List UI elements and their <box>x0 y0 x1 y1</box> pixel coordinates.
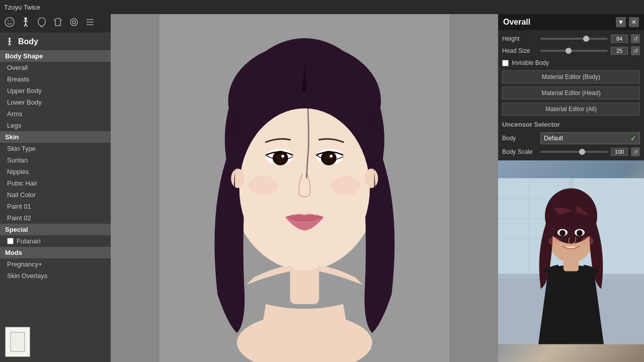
svg-point-3 <box>25 18 27 20</box>
panel-title: Overall <box>503 18 530 27</box>
body-select-value: Default <box>544 135 563 142</box>
svg-point-52 <box>577 230 583 236</box>
material-editor-all-btn[interactable]: Material Editor (All) <box>502 103 640 116</box>
head-size-reset-btn[interactable]: ↺ <box>631 46 640 55</box>
svg-point-35 <box>331 176 360 195</box>
sidebar-item-arms[interactable]: Arms <box>0 108 111 120</box>
reference-photo-svg <box>498 160 644 362</box>
sidebar-header: Body <box>0 33 111 50</box>
head-size-value[interactable] <box>611 47 628 55</box>
bottom-card[interactable] <box>5 327 30 357</box>
outfit-icon[interactable] <box>52 17 63 30</box>
title-bar: Tzuyu Twice <box>0 0 644 14</box>
svg-point-8 <box>70 19 77 26</box>
sidebar-item-legs[interactable]: Legs <box>0 120 111 131</box>
accessory-icon[interactable] <box>68 17 79 30</box>
panel-dropdown-btn[interactable]: ▼ <box>616 17 626 27</box>
svg-line-7 <box>26 24 27 27</box>
svg-point-29 <box>281 155 284 158</box>
body-scale-label: Body Scale <box>502 148 537 155</box>
svg-point-2 <box>11 21 12 22</box>
smiley-icon[interactable] <box>4 17 15 30</box>
sidebar-body-icon <box>5 37 14 46</box>
futanari-checkbox[interactable] <box>7 238 14 244</box>
invisible-body-row: Invisible Body <box>502 58 640 67</box>
sidebar-item-skin-type[interactable]: Skin Type <box>0 143 111 154</box>
invisible-body-label: Invisible Body <box>512 59 549 66</box>
body-scale-param-row: Body Scale ↺ <box>502 147 640 156</box>
svg-line-6 <box>24 24 26 27</box>
svg-point-37 <box>364 169 378 188</box>
left-toolbar <box>0 14 111 33</box>
svg-point-48 <box>545 189 597 244</box>
category-body-shape[interactable]: Body Shape <box>0 50 111 62</box>
svg-point-53 <box>548 237 560 246</box>
height-value[interactable] <box>611 35 628 43</box>
svg-point-32 <box>324 153 333 163</box>
material-editor-body-btn[interactable]: Material Editor (Body) <box>502 70 640 83</box>
card-preview-icon <box>10 332 25 352</box>
svg-point-28 <box>275 153 285 163</box>
height-reset-btn[interactable]: ↺ <box>631 34 640 43</box>
svg-rect-18 <box>11 332 25 351</box>
sidebar-section-title: Body <box>18 37 38 46</box>
character-display <box>111 14 498 362</box>
character-svg <box>159 14 450 362</box>
svg-point-34 <box>249 176 278 195</box>
head-size-slider[interactable] <box>540 50 608 52</box>
svg-point-54 <box>582 237 594 246</box>
category-special[interactable]: Special <box>0 224 111 235</box>
svg-point-0 <box>5 18 14 27</box>
svg-point-36 <box>231 169 245 188</box>
sidebar-item-lower-body[interactable]: Lower Body <box>0 97 111 108</box>
app-title: Tzuyu Twice <box>4 4 40 11</box>
svg-point-1 <box>8 21 9 22</box>
sidebar-item-pregnancy[interactable]: Pregnancy+ <box>0 258 111 270</box>
panel-close-btn[interactable]: ✕ <box>629 17 639 27</box>
svg-point-9 <box>72 21 75 24</box>
reference-photo <box>498 160 644 362</box>
sidebar-item-skin-overlays[interactable]: Skin Overlays <box>0 270 111 282</box>
sidebar-item-upper-body[interactable]: Upper Body <box>0 85 111 97</box>
body-icon[interactable] <box>20 17 31 30</box>
right-panel: Overall ▼ ✕ Height ↺ Head <box>498 14 644 362</box>
sidebar-item-suntan[interactable]: Suntan <box>0 154 111 166</box>
height-slider[interactable] <box>540 38 608 40</box>
uncensor-section-label: Uncensor Selector <box>502 119 640 129</box>
sidebar-item-pubic-hair[interactable]: Pubic Hair <box>0 177 111 189</box>
svg-point-33 <box>330 155 333 158</box>
category-mods[interactable]: Mods <box>0 247 111 258</box>
svg-rect-21 <box>290 265 319 304</box>
list-icon[interactable] <box>85 17 96 30</box>
body-select-row: Body Default ✓ <box>502 132 640 144</box>
svg-point-13 <box>9 38 11 40</box>
head-size-label: Head Size <box>502 47 537 54</box>
svg-point-50 <box>559 230 566 236</box>
height-param-row: Height ↺ <box>502 34 640 43</box>
body-scale-reset-btn[interactable]: ↺ <box>631 147 640 156</box>
body-select-label: Body <box>502 135 537 142</box>
sidebar-item-futanari[interactable]: Futanari <box>0 235 111 247</box>
sidebar: Body Body Shape Overall Breasts Upper Bo… <box>0 33 111 282</box>
sidebar-item-nail-color[interactable]: Nail Color <box>0 189 111 201</box>
reference-photo-inner <box>498 160 644 362</box>
right-panel-header: Overall ▼ ✕ <box>498 14 644 30</box>
sidebar-item-overall[interactable]: Overall <box>0 62 111 73</box>
sidebar-item-paint-01[interactable]: Paint 01 <box>0 201 111 212</box>
height-label: Height <box>502 35 537 42</box>
body-select-chevron: ✓ <box>630 134 636 142</box>
sidebar-item-nipples[interactable]: Nipples <box>0 166 111 177</box>
sidebar-item-breasts[interactable]: Breasts <box>0 73 111 85</box>
material-editor-head-btn[interactable]: Material Editor (Head) <box>502 86 640 100</box>
body-select-box[interactable]: Default ✓ <box>540 132 640 144</box>
head-size-param-row: Head Size ↺ <box>502 46 640 55</box>
canvas-area <box>111 14 498 362</box>
category-skin[interactable]: Skin <box>0 131 111 143</box>
right-panel-content: Height ↺ Head Size ↺ <box>498 30 644 160</box>
head-icon[interactable] <box>36 17 47 30</box>
body-scale-value[interactable] <box>611 148 628 156</box>
sidebar-item-paint-02[interactable]: Paint 02 <box>0 212 111 224</box>
body-scale-slider[interactable] <box>540 151 608 153</box>
svg-line-17 <box>10 43 11 45</box>
invisible-body-checkbox[interactable] <box>502 60 509 66</box>
